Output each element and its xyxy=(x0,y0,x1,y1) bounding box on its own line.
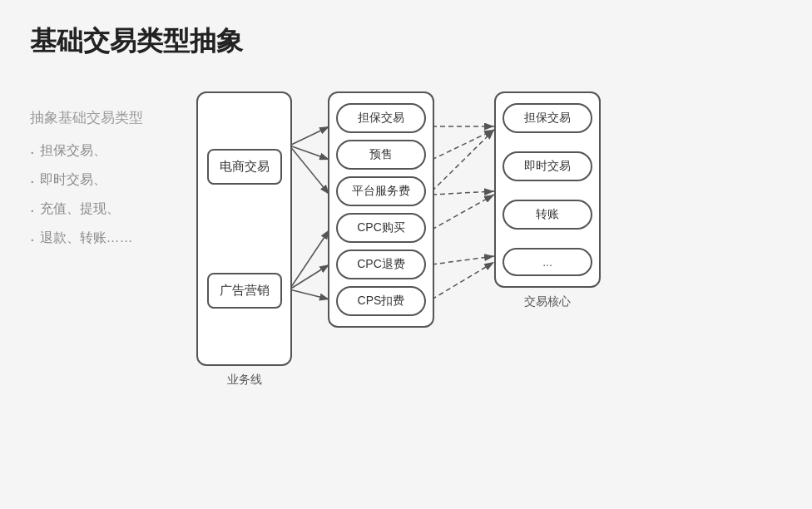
bullet-dot: · xyxy=(30,143,35,160)
abstract-title: 抽象基础交易类型 xyxy=(30,108,196,127)
bullet-text: 退款、转账…… xyxy=(40,230,133,247)
svg-line-9 xyxy=(432,130,494,160)
mid-item-1: 预售 xyxy=(336,140,426,170)
svg-line-2 xyxy=(290,126,329,146)
bullet-text: 充值、提现、 xyxy=(40,200,120,218)
svg-line-5 xyxy=(290,230,329,289)
mid-item-5: CPS扣费 xyxy=(336,286,426,316)
svg-line-11 xyxy=(432,195,494,230)
bullet-dot: · xyxy=(30,201,35,218)
core-label: 交易核心 xyxy=(524,294,571,309)
core-item-0: 担保交易 xyxy=(503,103,592,133)
svg-line-13 xyxy=(432,262,494,299)
mid-item-3: CPC购买 xyxy=(336,213,426,243)
mid-item-2: 平台服务费 xyxy=(336,176,426,206)
page-title: 基础交易类型抽象 xyxy=(30,23,782,60)
bullet-dot: · xyxy=(30,230,35,247)
biz-column-box: 电商交易 广告营销 xyxy=(196,91,292,366)
svg-line-3 xyxy=(290,146,329,160)
svg-line-4 xyxy=(290,146,329,195)
diagram: 电商交易 广告营销 业务线 担保交易 预售 平台服务费 CPC购买 CPC退费 … xyxy=(196,83,782,449)
content-area: 抽象基础交易类型 · 担保交易、 · 即时交易、 · 充值、提现、 · 退款、转… xyxy=(30,83,782,449)
core-item-2: 转账 xyxy=(503,200,592,230)
bullet-list: · 担保交易、 · 即时交易、 · 充值、提现、 · 退款、转账…… xyxy=(30,142,196,247)
list-item: · 退款、转账…… xyxy=(30,230,196,247)
page: 基础交易类型抽象 抽象基础交易类型 · 担保交易、 · 即时交易、 · 充值、提… xyxy=(0,0,812,509)
svg-line-14 xyxy=(432,130,494,191)
svg-line-10 xyxy=(432,191,494,195)
bullet-text: 担保交易、 xyxy=(40,142,106,160)
list-item: · 充值、提现、 xyxy=(30,200,196,218)
list-item: · 即时交易、 xyxy=(30,171,196,189)
svg-line-7 xyxy=(290,289,329,299)
mid-item-0: 担保交易 xyxy=(336,103,426,133)
mid-column-box: 担保交易 预售 平台服务费 CPC购买 CPC退费 CPS扣费 xyxy=(328,91,434,328)
core-item-1: 即时交易 xyxy=(503,151,592,181)
svg-line-6 xyxy=(290,264,329,289)
biz-label: 业务线 xyxy=(227,373,262,388)
svg-line-12 xyxy=(432,256,494,264)
biz-item-ecommerce: 电商交易 xyxy=(207,149,282,185)
bullet-text: 即时交易、 xyxy=(40,171,106,189)
core-column-box: 担保交易 即时交易 转账 ... xyxy=(494,91,601,288)
left-panel: 抽象基础交易类型 · 担保交易、 · 即时交易、 · 充值、提现、 · 退款、转… xyxy=(30,83,196,259)
bullet-dot: · xyxy=(30,172,35,189)
list-item: · 担保交易、 xyxy=(30,142,196,160)
biz-item-advertising: 广告营销 xyxy=(207,273,282,309)
mid-item-4: CPC退费 xyxy=(336,250,426,279)
core-item-ellipsis: ... xyxy=(503,248,592,276)
